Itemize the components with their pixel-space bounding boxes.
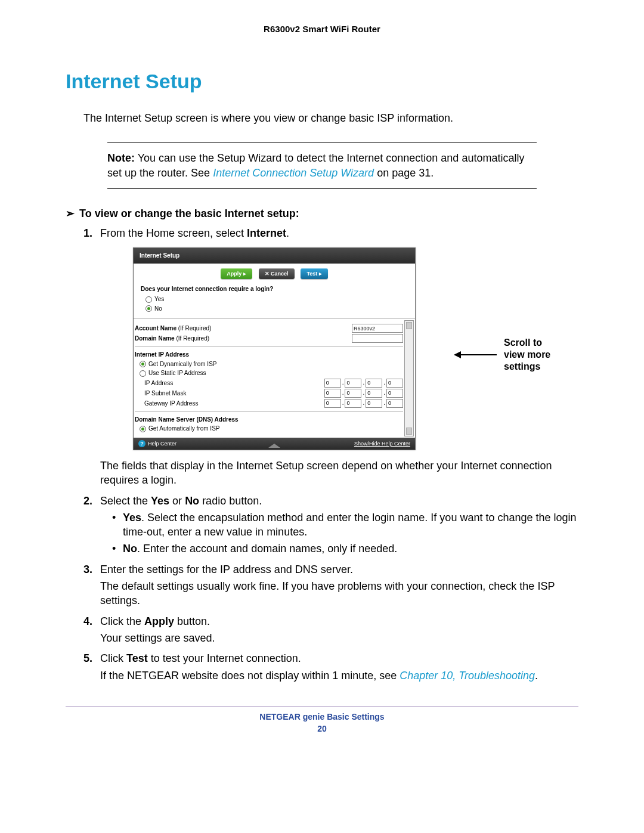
note-text-after: on page 31. [374,167,434,179]
step-1: 1. From the Home screen, select Internet… [83,226,578,488]
note-label: Note: [107,152,135,164]
radio-dns-auto[interactable] [140,426,146,432]
step-1-followup: The fields that display in the Internet … [100,459,578,488]
step-text: Select the Yes or No radio button. [100,495,262,507]
domain-name-label: Domain Name (If Required) [135,335,352,343]
radio-no-label: No [154,305,162,313]
radio-no-row[interactable]: No [145,305,408,313]
intro-text: The Internet Setup screen is where you v… [83,111,578,125]
radio-yes-label: Yes [154,295,164,304]
step-3-followup: The default settings usually work fine. … [100,579,578,608]
step-5-followup: If the NETGEAR website does not display … [100,668,578,683]
radio-no[interactable] [145,305,152,312]
account-name-input[interactable] [352,324,403,333]
step-2: 2. Select the Yes or No radio button. Ye… [83,494,578,556]
expand-arrow-icon[interactable] [268,444,280,448]
radio-yes-row[interactable]: Yes [145,295,408,304]
scrollbar[interactable] [404,320,414,436]
gateway-input[interactable]: ... [324,399,403,408]
section-title: Internet Setup [66,70,578,93]
ip-address-input[interactable]: ... [324,379,403,388]
callout-arrow-icon [455,354,497,355]
cancel-button[interactable]: ✕ Cancel [259,268,295,279]
screenshot-figure: Internet Setup Apply ▸ ✕ Cancel Test ▸ D… [133,247,578,450]
note-block: Note: You can use the Setup Wizard to de… [107,142,537,189]
apply-button[interactable]: Apply ▸ [221,268,252,279]
step-num: 1. [83,226,92,240]
dns-auto-row[interactable]: Get Automatically from ISP [140,425,403,433]
radio-ip-static[interactable] [140,370,146,377]
troubleshooting-link[interactable]: Chapter 10, Troubleshooting [400,670,535,682]
step-3: 3. Enter the settings for the IP address… [83,562,578,608]
step-4-followup: Your settings are saved. [100,631,578,645]
step-5: 5. Click Test to test your Internet conn… [83,651,578,683]
domain-name-input[interactable] [352,334,403,343]
step-num: 5. [83,651,92,665]
bullet-yes: Yes. Select the encapsulation method and… [112,510,578,540]
callout-text: Scroll to view more settings [504,337,569,373]
step-text: Enter the settings for the IP address an… [100,563,353,575]
ip-address-label: IP Address [135,379,324,388]
radio-ip-dynamic-label: Get Dynamically from ISP [148,360,216,368]
radio-ip-dynamic[interactable] [140,361,146,367]
subnet-label: IP Subnet Mask [135,389,324,398]
ip-section-title: Internet IP Address [135,351,403,359]
page-footer: NETGEAR genie Basic Settings 20 [66,712,578,733]
callout: Scroll to view more settings [455,337,569,373]
page-header: R6300v2 Smart WiFi Router [66,24,578,34]
screenshot-button-bar: Apply ▸ ✕ Cancel Test ▸ [134,264,415,283]
ip-dynamic-row[interactable]: Get Dynamically from ISP [140,360,403,368]
help-center-link[interactable]: Help Center [138,440,177,447]
radio-dns-auto-label: Get Automatically from ISP [148,425,220,433]
step-num: 2. [83,494,92,508]
step-num: 3. [83,562,92,577]
step-num: 4. [83,614,92,628]
step-text: Click the Apply button. [100,615,210,627]
showhide-help-link[interactable]: Show/Hide Help Center [354,440,410,447]
gateway-label: Gateway IP Address [135,400,324,408]
note-link[interactable]: Internet Connection Setup Wizard [213,167,374,179]
bullet-no: No. Enter the account and domain names, … [112,541,578,556]
radio-ip-static-label: Use Static IP Address [148,369,206,377]
procedure-heading-text: To view or change the basic Internet set… [79,208,299,219]
test-button[interactable]: Test ▸ [301,268,327,279]
step-4: 4. Click the Apply button. Your settings… [83,614,578,646]
footer-page-number: 20 [66,724,578,733]
screenshot-titlebar: Internet Setup [134,248,415,264]
account-name-label: Account Name (If Required) [135,324,352,333]
radio-yes[interactable] [145,296,152,303]
subnet-input[interactable]: ... [324,389,403,398]
dns-section-title: Domain Name Server (DNS) Address [135,416,403,424]
procedure-heading: ➢ To view or change the basic Internet s… [66,207,578,220]
proc-arrow-icon: ➢ [66,207,76,220]
ip-static-row[interactable]: Use Static IP Address [140,369,403,377]
step-text: Click Test to test your Internet connect… [100,652,301,664]
footer-title: NETGEAR genie Basic Settings [259,712,384,721]
login-question: Does your Internet connection require a … [141,285,408,293]
step-text: From the Home screen, select Internet. [100,227,289,239]
